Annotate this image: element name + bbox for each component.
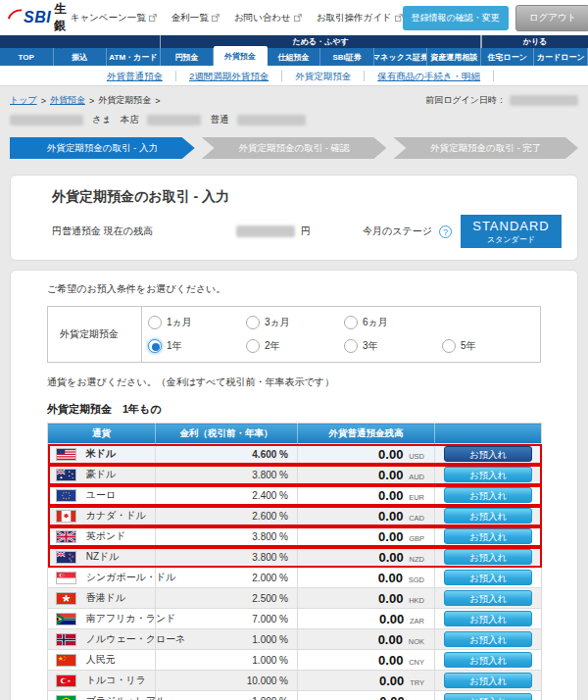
currency-rate: 3.800 % bbox=[156, 526, 298, 547]
breadcrumb-separator: > bbox=[89, 96, 94, 106]
radio-icon[interactable] bbox=[344, 339, 358, 353]
deposit-button[interactable]: お預入れ bbox=[444, 652, 532, 668]
logout-button[interactable]: ログアウト bbox=[515, 5, 588, 31]
breadcrumb-separator: > bbox=[41, 96, 46, 106]
radio-icon[interactable] bbox=[442, 339, 456, 353]
nav-tab[interactable]: 円預金 bbox=[161, 48, 215, 66]
account-info: さま 本店 普通 bbox=[10, 114, 578, 126]
breadcrumb-item[interactable]: 外貨定期預金 bbox=[98, 94, 151, 107]
term-option-label: 3ヵ月 bbox=[265, 316, 290, 329]
currency-balance-cell: 0.00 USD bbox=[298, 444, 435, 465]
nav-tab-label: ATM・カード bbox=[109, 52, 157, 63]
header-link[interactable]: お取引操作ガイド bbox=[317, 12, 403, 25]
header-links: キャンペーン一覧 金利一覧 お問い合わせ お取引操作ガイド bbox=[71, 12, 403, 25]
nav-group-borrow-label: かりる bbox=[481, 35, 588, 48]
last-login-label: 前回ログイン日時： bbox=[425, 94, 506, 107]
deposit-button[interactable]: お預入れ bbox=[444, 590, 532, 606]
radio-icon[interactable] bbox=[148, 316, 162, 329]
nav-tab[interactable]: 住宅ローン bbox=[481, 48, 535, 66]
deposit-button[interactable]: お預入れ bbox=[444, 570, 532, 585]
nav-tab[interactable]: 振込 bbox=[54, 48, 108, 66]
nav-tab[interactable]: 外貨預金 bbox=[214, 46, 268, 66]
redacted-last-login-datetime bbox=[510, 95, 578, 106]
currency-row: トルコ・リラ 10.000 % 0.00 TRY お預入れ bbox=[48, 671, 542, 691]
currency-rate: 1.000 % bbox=[156, 691, 298, 700]
deposit-button[interactable]: お預入れ bbox=[444, 467, 532, 482]
term-option[interactable]: 3ヵ月 bbox=[246, 316, 344, 329]
radio-icon[interactable] bbox=[246, 339, 260, 353]
deposit-button[interactable]: お預入れ bbox=[444, 631, 532, 647]
subnav-link[interactable]: 保有商品の手続き・明細 bbox=[365, 71, 494, 81]
subnav-link[interactable]: 2週間満期外貨預金 bbox=[176, 71, 282, 81]
header-link-label: 金利一覧 bbox=[172, 12, 209, 25]
currency-rate: 2.600 % bbox=[156, 506, 298, 526]
deposit-button[interactable]: お預入れ bbox=[444, 446, 532, 462]
currency-row: NZドル 3.800 % 0.00 NZD お預入れ bbox=[48, 547, 542, 568]
nav-group-strip: ためる・ふやす かりる bbox=[0, 35, 588, 48]
term-option[interactable]: 1年 bbox=[148, 339, 246, 353]
deposit-button[interactable]: お預入れ bbox=[444, 693, 532, 700]
currency-balance-cell: 0.00 CNY bbox=[298, 650, 435, 671]
header-balance: 外貨普通預金残高 bbox=[298, 424, 435, 444]
nav-tab[interactable]: カードローン bbox=[534, 48, 588, 66]
nav-tab[interactable]: ATM・カード bbox=[107, 48, 161, 66]
term-row-label: 外貨定期預金 bbox=[48, 307, 142, 362]
currency-balance-cell: 0.00 NZD bbox=[298, 547, 435, 568]
nav-tab[interactable]: 資産運用相談 bbox=[427, 48, 481, 66]
deposit-button[interactable]: お預入れ bbox=[444, 528, 532, 544]
radio-icon[interactable] bbox=[148, 339, 162, 353]
currency-flag-icon bbox=[56, 633, 76, 646]
radio-icon[interactable] bbox=[246, 316, 260, 329]
subnav-link[interactable]: 外貨定期預金 bbox=[282, 71, 365, 81]
deposit-button[interactable]: お預入れ bbox=[444, 549, 532, 565]
step: 外貨定期預金の取引 - 完了 bbox=[393, 137, 578, 159]
currency-row: 米ドル 4.600 % 0.00 USD お預入れ bbox=[48, 444, 542, 465]
term-option[interactable]: 1ヵ月 bbox=[148, 316, 246, 329]
currency-rate: 2.000 % bbox=[156, 568, 298, 588]
term-option-label: 5年 bbox=[461, 339, 476, 353]
currency-balance-cell: 0.00 EUR bbox=[298, 485, 435, 506]
nav-tab[interactable]: TOP bbox=[0, 48, 54, 66]
breadcrumb-item[interactable]: 外貨預金 bbox=[50, 94, 85, 107]
nav-tab[interactable]: SBI証券 bbox=[320, 48, 374, 66]
currency-balance-cell: 0.00 GBP bbox=[298, 526, 435, 547]
currency-name: 南アフリカ・ランド bbox=[86, 613, 176, 624]
help-icon[interactable]: ? bbox=[439, 225, 452, 238]
balance-row: 円普通預金 現在の残高 円 今月のステージ ? STANDARD スタンダード bbox=[52, 215, 562, 248]
deposit-button[interactable]: お預入れ bbox=[444, 611, 532, 626]
currency-table: 通貨 金利（税引前・年率） 外貨普通預金残高 米ドル 4.600 % 0.00 … bbox=[47, 423, 542, 700]
currency-flag-icon bbox=[56, 551, 76, 564]
stage-badge-en: STANDARD bbox=[472, 219, 550, 233]
header-link[interactable]: お問い合わせ bbox=[234, 12, 302, 25]
subnav-link[interactable]: 外貨普通預金 bbox=[94, 71, 176, 81]
currency-name: 人民元 bbox=[86, 654, 116, 665]
currency-code: EUR bbox=[409, 493, 424, 502]
external-link-icon bbox=[149, 14, 157, 22]
currency-balance-cell: 0.00 CAD bbox=[298, 506, 435, 526]
term-option[interactable]: 6ヵ月 bbox=[344, 316, 442, 329]
header-link[interactable]: キャンペーン一覧 bbox=[71, 12, 157, 25]
term-option[interactable]: 3年 bbox=[344, 339, 442, 353]
currency-balance: 0.00 bbox=[378, 653, 403, 668]
header-link[interactable]: 金利一覧 bbox=[172, 12, 220, 25]
radio-icon[interactable] bbox=[344, 316, 358, 329]
breadcrumb-item[interactable]: トップ bbox=[10, 94, 37, 107]
currency-row: カナダ・ドル 2.600 % 0.00 CAD お預入れ bbox=[48, 506, 542, 526]
deposit-button[interactable]: お預入れ bbox=[444, 487, 532, 503]
header-link-label: キャンペーン一覧 bbox=[71, 12, 146, 25]
term-option[interactable]: 2年 bbox=[246, 339, 344, 353]
currency-table-title: 外貨定期預金 1年もの bbox=[47, 402, 541, 417]
deposit-button[interactable]: お預入れ bbox=[444, 508, 532, 524]
deposit-button[interactable]: お預入れ bbox=[444, 673, 532, 688]
term-option[interactable]: 5年 bbox=[442, 339, 540, 353]
currency-rate: 3.800 % bbox=[156, 465, 298, 485]
currency-rate: 7.000 % bbox=[156, 609, 298, 629]
term-option-label: 1ヵ月 bbox=[167, 316, 192, 329]
currency-balance: 0.00 bbox=[378, 591, 403, 606]
currency-row: ノルウェー・クローネ 1.000 % 0.00 NOK お預入れ bbox=[48, 629, 542, 650]
currency-code: NOK bbox=[409, 637, 424, 646]
currency-balance-cell: 0.00 SGD bbox=[298, 568, 435, 588]
register-info-button[interactable]: 登録情報の確認・変更 bbox=[403, 6, 509, 30]
nav-tab[interactable]: 仕組預金 bbox=[268, 48, 321, 66]
nav-tab[interactable]: マネックス証券 bbox=[374, 48, 428, 66]
